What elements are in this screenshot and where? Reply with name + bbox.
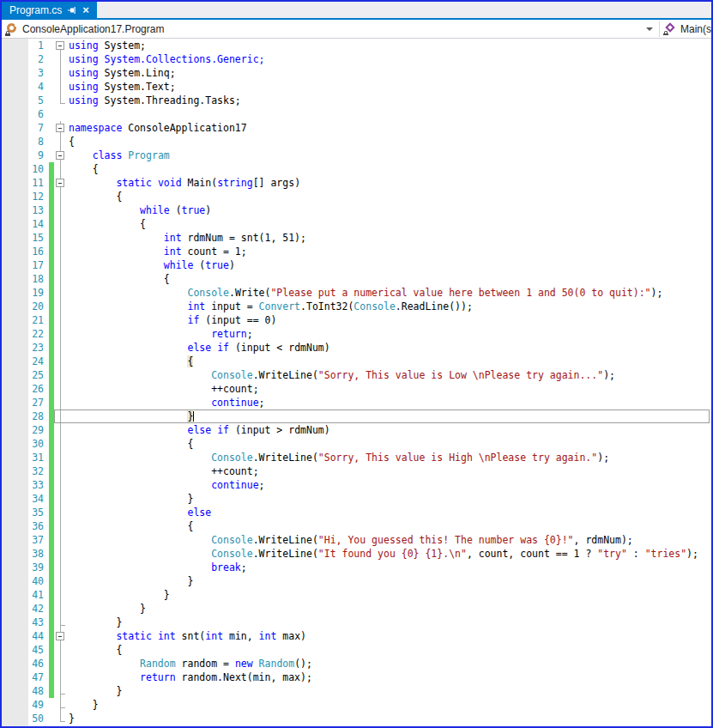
code-text[interactable]: Console.WriteLine("Sorry, This value is … <box>68 451 711 464</box>
code-text[interactable]: int count = 1; <box>68 245 711 258</box>
line-number[interactable]: 36 <box>2 519 47 533</box>
code-text[interactable]: while (true) <box>68 203 711 217</box>
code-text[interactable]: using System.Text; <box>68 80 711 94</box>
code-text[interactable]: Random random = new Random(); <box>68 657 711 670</box>
code-text[interactable]: using System.Collections.Generic; <box>68 52 711 66</box>
line-number[interactable]: 10 <box>2 162 47 176</box>
line-number[interactable]: 14 <box>2 217 47 231</box>
code-text[interactable]: } <box>68 410 711 423</box>
code-text[interactable]: else <box>68 506 711 519</box>
line-number[interactable]: 28 <box>2 410 47 423</box>
line-number[interactable]: 30 <box>2 437 47 451</box>
line-number[interactable]: 16 <box>2 245 47 258</box>
line-number[interactable]: 3 <box>2 66 47 80</box>
line-number[interactable]: 15 <box>2 231 47 245</box>
line-number[interactable]: 2 <box>2 52 47 66</box>
line-number[interactable]: 40 <box>2 574 47 588</box>
code-text[interactable]: int rdmNum = snt(1, 51); <box>68 231 711 245</box>
line-number[interactable]: 23 <box>2 341 47 355</box>
line-number[interactable]: 38 <box>2 547 47 561</box>
code-text[interactable]: { <box>68 190 711 203</box>
code-text[interactable]: using System; <box>68 39 711 52</box>
code-text[interactable]: return random.Next(min, max); <box>68 670 711 684</box>
code-text[interactable]: int input = Convert.ToInt32(Console.Read… <box>68 300 711 313</box>
code-text[interactable]: Console.WriteLine("Sorry, This value is … <box>68 368 711 382</box>
code-text[interactable]: using System.Threading.Tasks; <box>68 94 711 107</box>
line-number[interactable]: 20 <box>2 300 47 313</box>
fold-collapse-icon[interactable] <box>56 179 64 187</box>
code-text[interactable]: { <box>68 437 711 451</box>
fold-collapse-icon[interactable] <box>56 151 64 160</box>
fold-collapse-icon[interactable] <box>56 41 64 50</box>
code-text[interactable]: class Program <box>68 149 711 162</box>
line-number[interactable]: 37 <box>2 533 47 547</box>
code-text[interactable]: Console.Write("Please put a numerical va… <box>68 286 711 300</box>
line-number[interactable]: 31 <box>2 451 47 464</box>
code-text[interactable]: namespace ConsoleApplication17 <box>68 121 711 135</box>
code-text[interactable]: } <box>68 698 711 712</box>
line-number[interactable]: 25 <box>2 368 47 382</box>
member-dropdown[interactable]: Main(stri <box>660 22 711 35</box>
line-number[interactable]: 33 <box>2 478 47 492</box>
line-number[interactable]: 45 <box>2 643 47 657</box>
code-text[interactable]: } <box>68 616 711 629</box>
line-number[interactable]: 35 <box>2 506 47 519</box>
line-number[interactable]: 27 <box>2 396 47 410</box>
line-number[interactable]: 17 <box>2 258 47 272</box>
line-number[interactable]: 39 <box>2 561 47 574</box>
code-text[interactable]: } <box>68 602 711 616</box>
close-icon[interactable]: × <box>82 4 89 15</box>
line-number[interactable]: 32 <box>2 464 47 478</box>
line-number[interactable]: 42 <box>2 602 47 616</box>
type-dropdown[interactable]: ConsoleApplication17.Program <box>2 22 659 35</box>
line-number[interactable]: 24 <box>2 355 47 368</box>
line-number[interactable]: 43 <box>2 616 47 629</box>
code-text[interactable]: { <box>68 519 711 533</box>
code-text[interactable]: while (true) <box>68 258 711 272</box>
code-editor[interactable]: 1using System;2using System.Collections.… <box>2 39 711 726</box>
code-text[interactable]: { <box>68 272 711 286</box>
code-text[interactable]: using System.Linq; <box>68 66 711 80</box>
code-text[interactable]: { <box>68 217 711 231</box>
line-number[interactable]: 18 <box>2 272 47 286</box>
line-number[interactable]: 29 <box>2 423 47 437</box>
line-number[interactable]: 41 <box>2 588 47 602</box>
code-text[interactable]: } <box>68 684 711 698</box>
line-number[interactable]: 50 <box>2 712 47 725</box>
line-number[interactable]: 34 <box>2 492 47 506</box>
line-number[interactable]: 9 <box>2 149 47 162</box>
code-text[interactable]: continue; <box>68 396 711 410</box>
code-text[interactable]: { <box>68 162 711 176</box>
line-number[interactable]: 8 <box>2 135 47 149</box>
line-number[interactable]: 22 <box>2 327 47 341</box>
code-text[interactable] <box>68 107 711 121</box>
line-number[interactable]: 7 <box>2 121 47 135</box>
line-number[interactable]: 46 <box>2 657 47 670</box>
line-number[interactable]: 48 <box>2 684 47 698</box>
fold-collapse-icon[interactable] <box>56 632 64 640</box>
line-number[interactable]: 1 <box>2 39 47 52</box>
line-number[interactable]: 4 <box>2 80 47 94</box>
code-text[interactable]: break; <box>68 561 711 574</box>
line-number[interactable]: 12 <box>2 190 47 203</box>
code-text[interactable]: continue; <box>68 478 711 492</box>
code-text[interactable]: } <box>68 712 711 725</box>
line-number[interactable]: 44 <box>2 629 47 643</box>
code-text[interactable]: } <box>68 574 711 588</box>
line-number[interactable]: 19 <box>2 286 47 300</box>
code-text[interactable]: else if (input > rdmNum) <box>68 423 711 437</box>
line-number[interactable]: 11 <box>2 176 47 190</box>
line-number[interactable]: 47 <box>2 670 47 684</box>
code-text[interactable]: } <box>68 492 711 506</box>
line-number[interactable]: 5 <box>2 94 47 107</box>
code-text[interactable]: } <box>68 588 711 602</box>
code-text[interactable]: else if (input < rdmNum) <box>68 341 711 355</box>
chevron-down-icon[interactable] <box>646 27 653 31</box>
line-number[interactable]: 6 <box>2 107 47 121</box>
line-number[interactable]: 21 <box>2 313 47 327</box>
line-number[interactable]: 49 <box>2 698 47 712</box>
fold-collapse-icon[interactable] <box>56 124 64 132</box>
pin-icon[interactable] <box>68 6 76 15</box>
code-text[interactable]: if (input == 0) <box>68 313 711 327</box>
code-text[interactable]: static int snt(int min, int max) <box>68 629 711 643</box>
